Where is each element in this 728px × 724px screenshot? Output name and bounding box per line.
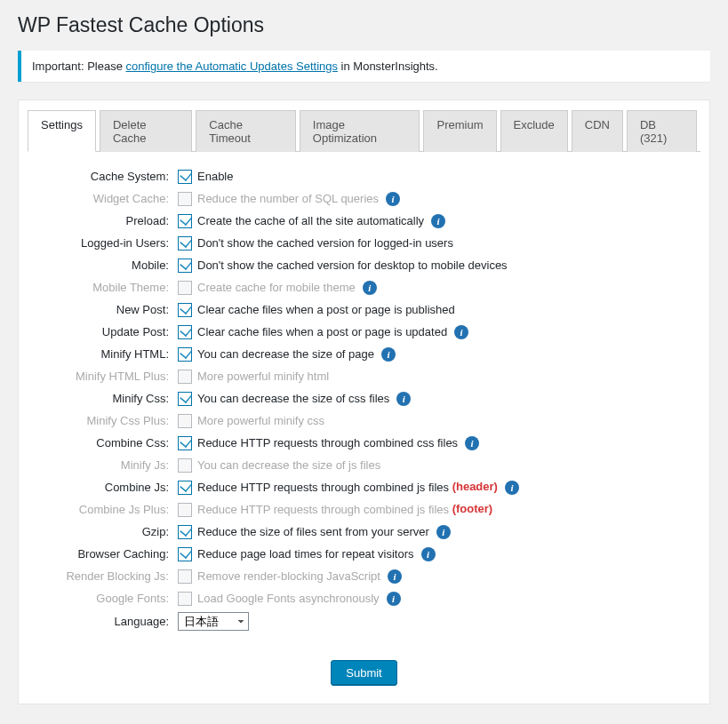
option-row-minify_css: Minify Css:You can decrease the size of … bbox=[28, 387, 700, 410]
option-description: Reduce the size of files sent from your … bbox=[197, 525, 429, 538]
option-control: Reduce page load times for repeat visito… bbox=[174, 543, 700, 565]
option-label: Mobile: bbox=[28, 254, 174, 276]
checkbox-mobile[interactable] bbox=[178, 259, 192, 273]
option-description: Clear cache files when a post or page is… bbox=[197, 303, 455, 316]
option-label: Browser Caching: bbox=[28, 543, 174, 565]
option-description: Reduce the number of SQL queries bbox=[197, 192, 379, 205]
checkbox-minify_css_plus bbox=[178, 414, 192, 428]
info-icon[interactable]: i bbox=[387, 592, 401, 606]
option-row-combine_js: Combine Js:Reduce HTTP requests through … bbox=[28, 476, 700, 498]
option-row-render_blocking: Render Blocking Js:Remove render-blockin… bbox=[28, 565, 700, 587]
option-control: Clear cache files when a post or page is… bbox=[174, 321, 700, 343]
option-description: Clear cache files when a post or page is… bbox=[197, 325, 447, 338]
checkbox-new_post[interactable] bbox=[178, 303, 192, 317]
option-row-preload: Preload:Create the cache of all the site… bbox=[28, 210, 700, 232]
checkbox-minify_html[interactable] bbox=[178, 347, 192, 362]
language-select[interactable]: 日本語 bbox=[178, 612, 249, 631]
option-row-mobile_theme: Mobile Theme:Create cache for mobile the… bbox=[28, 276, 700, 298]
option-note: (header) bbox=[449, 480, 498, 493]
info-icon[interactable]: i bbox=[363, 281, 377, 295]
option-description: You can decrease the size of page bbox=[197, 347, 374, 361]
option-control: Reduce HTTP requests through combined cs… bbox=[174, 432, 700, 454]
info-icon[interactable]: i bbox=[454, 325, 468, 339]
option-label: Render Blocking Js: bbox=[28, 565, 174, 587]
info-icon[interactable]: i bbox=[465, 436, 479, 450]
option-control: Remove render-blocking JavaScripti bbox=[174, 565, 700, 587]
tab-cache-timeout[interactable]: Cache Timeout bbox=[196, 110, 296, 152]
option-control: Clear cache files when a post or page is… bbox=[174, 298, 700, 321]
options-table: Cache System:EnableWidget Cache:Reduce t… bbox=[28, 165, 700, 633]
option-row-google_fonts: Google Fonts:Load Google Fonts asynchron… bbox=[28, 587, 700, 609]
option-description: Create the cache of all the site automat… bbox=[197, 214, 424, 227]
checkbox-browser_caching[interactable] bbox=[178, 547, 192, 561]
option-description: You can decrease the size of js files bbox=[197, 458, 380, 472]
tab-exclude[interactable]: Exclude bbox=[500, 110, 568, 152]
tab-image-optimization[interactable]: Image Optimization bbox=[300, 110, 420, 152]
option-row-cache_system: Cache System:Enable bbox=[28, 165, 700, 187]
checkbox-cache_system[interactable] bbox=[178, 170, 192, 184]
option-row-minify_js: Minify Js:You can decrease the size of j… bbox=[28, 454, 700, 476]
option-label: Minify Css: bbox=[28, 387, 174, 410]
settings-panel: SettingsDelete CacheCache TimeoutImage O… bbox=[18, 99, 710, 704]
option-control: Don't show the cached version for logged… bbox=[174, 232, 700, 254]
option-description: Reduce HTTP requests through combined cs… bbox=[197, 436, 458, 450]
info-icon[interactable]: i bbox=[436, 525, 451, 539]
checkbox-logged_in[interactable] bbox=[178, 236, 192, 251]
tab-db-321[interactable]: DB (321) bbox=[627, 110, 697, 152]
checkbox-combine_js_plus bbox=[178, 503, 192, 517]
info-icon[interactable]: i bbox=[386, 192, 400, 206]
option-control: Reduce the size of files sent from your … bbox=[174, 521, 700, 543]
checkbox-update_post[interactable] bbox=[178, 325, 192, 339]
option-label: Minify Js: bbox=[28, 454, 174, 476]
option-label: Language: bbox=[28, 609, 174, 633]
option-label: Mobile Theme: bbox=[28, 276, 174, 298]
notice-prefix: Important: Please bbox=[32, 60, 126, 73]
option-row-logged_in: Logged-in Users:Don't show the cached ve… bbox=[28, 232, 700, 254]
option-description: You can decrease the size of css files bbox=[197, 392, 389, 405]
submit-button[interactable]: Submit bbox=[331, 660, 396, 686]
option-control: More powerful minify css bbox=[174, 410, 700, 432]
option-description: More powerful minify html bbox=[197, 370, 329, 383]
checkbox-minify_css[interactable] bbox=[178, 392, 192, 406]
option-row-mobile: Mobile:Don't show the cached version for… bbox=[28, 254, 700, 276]
tab-delete-cache[interactable]: Delete Cache bbox=[100, 110, 192, 152]
checkbox-minify_html_plus bbox=[178, 370, 192, 384]
option-row-minify_html_plus: Minify HTML Plus:More powerful minify ht… bbox=[28, 365, 700, 387]
tab-premium[interactable]: Premium bbox=[423, 110, 496, 152]
info-icon[interactable]: i bbox=[421, 547, 436, 561]
option-description: More powerful minify css bbox=[197, 414, 324, 427]
option-label: Combine Js: bbox=[28, 476, 174, 498]
checkbox-mobile_theme bbox=[178, 281, 192, 295]
option-control: 日本語 bbox=[174, 609, 700, 633]
option-label: Combine Js Plus: bbox=[28, 498, 174, 521]
option-label: New Post: bbox=[28, 298, 174, 321]
info-icon[interactable]: i bbox=[431, 214, 445, 228]
tabs-bar: SettingsDelete CacheCache TimeoutImage O… bbox=[28, 109, 700, 152]
option-control: Create cache for mobile themei bbox=[174, 276, 700, 298]
option-label: Preload: bbox=[28, 210, 174, 232]
option-control: Don't show the cached version for deskto… bbox=[174, 254, 700, 276]
option-row-combine_js_plus: Combine Js Plus:Reduce HTTP requests thr… bbox=[28, 498, 700, 521]
info-icon[interactable]: i bbox=[505, 481, 519, 495]
checkbox-combine_js[interactable] bbox=[178, 481, 192, 495]
option-label: Widget Cache: bbox=[28, 187, 174, 210]
page-title: WP Fastest Cache Options bbox=[18, 13, 710, 37]
option-row-minify_css_plus: Minify Css Plus:More powerful minify css bbox=[28, 410, 700, 432]
option-control: Create the cache of all the site automat… bbox=[174, 210, 700, 232]
info-icon[interactable]: i bbox=[396, 392, 411, 406]
option-control: Reduce the number of SQL queriesi bbox=[174, 187, 700, 210]
checkbox-google_fonts bbox=[178, 592, 192, 606]
tab-settings[interactable]: Settings bbox=[28, 110, 96, 152]
option-note: (footer) bbox=[449, 502, 492, 515]
option-description: Create cache for mobile theme bbox=[197, 281, 356, 294]
tab-cdn[interactable]: CDN bbox=[572, 110, 623, 152]
checkbox-preload[interactable] bbox=[178, 214, 192, 228]
checkbox-combine_css[interactable] bbox=[178, 436, 192, 450]
notice-link[interactable]: configure the Automatic Updates Settings bbox=[126, 60, 338, 73]
info-icon[interactable]: i bbox=[388, 569, 402, 584]
info-icon[interactable]: i bbox=[381, 347, 396, 362]
option-description: Reduce HTTP requests through combined js… bbox=[197, 481, 449, 494]
checkbox-gzip[interactable] bbox=[178, 525, 192, 539]
option-row-combine_css: Combine Css:Reduce HTTP requests through… bbox=[28, 432, 700, 454]
option-control: Reduce HTTP requests through combined js… bbox=[174, 476, 700, 498]
